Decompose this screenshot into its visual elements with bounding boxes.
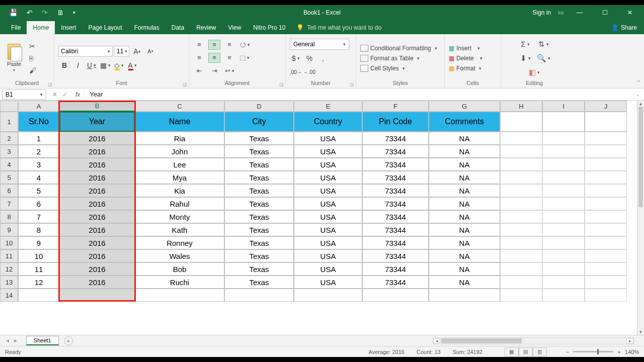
- cell[interactable]: Wales: [135, 249, 224, 262]
- column-header-B[interactable]: B: [59, 101, 135, 112]
- row-header-1[interactable]: 1: [0, 112, 18, 132]
- cell[interactable]: [542, 132, 585, 145]
- cell[interactable]: [500, 236, 542, 249]
- scroll-right-icon[interactable]: ▸: [626, 338, 633, 344]
- cell[interactable]: USA: [294, 249, 362, 262]
- orientation-icon[interactable]: ⭯▾: [238, 40, 251, 50]
- scroll-up-icon[interactable]: ▴: [637, 101, 644, 107]
- underline-button[interactable]: U▾: [86, 60, 98, 71]
- cell[interactable]: NA: [429, 236, 500, 249]
- cell[interactable]: Ronney: [135, 236, 224, 249]
- cell[interactable]: NA: [429, 184, 500, 197]
- row-header-5[interactable]: 5: [0, 171, 18, 184]
- cell[interactable]: 73344: [362, 132, 429, 145]
- zoom-slider[interactable]: [573, 351, 613, 352]
- cell[interactable]: NA: [429, 249, 500, 262]
- cell[interactable]: [542, 210, 585, 223]
- cell[interactable]: Monty: [135, 210, 224, 223]
- paste-button[interactable]: Paste ▾: [4, 43, 24, 73]
- column-header-H[interactable]: H: [500, 101, 542, 112]
- sort-filter-icon[interactable]: ⇅▾: [537, 39, 550, 50]
- fill-icon[interactable]: ⬇▾: [519, 53, 532, 64]
- tab-formulas[interactable]: Formulas: [128, 21, 166, 34]
- cell[interactable]: [585, 158, 627, 171]
- tab-data[interactable]: Data: [166, 21, 190, 34]
- column-header-A[interactable]: A: [18, 101, 59, 112]
- cell[interactable]: Ruchi: [135, 276, 224, 289]
- cell[interactable]: 2016: [59, 197, 135, 210]
- enter-formula-icon[interactable]: ✓: [62, 91, 67, 98]
- cell[interactable]: [585, 132, 627, 145]
- cell[interactable]: [429, 289, 500, 302]
- cell[interactable]: Year: [59, 112, 135, 132]
- cell[interactable]: USA: [294, 158, 362, 171]
- number-format-select[interactable]: General▾: [290, 39, 349, 50]
- cell[interactable]: [542, 262, 585, 276]
- cell[interactable]: Ria: [135, 132, 224, 145]
- cell[interactable]: NA: [429, 197, 500, 210]
- cell[interactable]: 73344: [362, 276, 429, 289]
- cell[interactable]: NA: [429, 158, 500, 171]
- cancel-formula-icon[interactable]: ✕: [52, 91, 57, 98]
- column-header-C[interactable]: C: [135, 101, 224, 112]
- collapse-ribbon-icon[interactable]: ⌃: [636, 79, 641, 86]
- increase-font-icon[interactable]: A▴: [131, 46, 143, 57]
- autosum-icon[interactable]: Σ▾: [519, 39, 532, 50]
- cell[interactable]: Lee: [135, 158, 224, 171]
- zoom-level[interactable]: 140%: [625, 349, 639, 355]
- zoom-out-icon[interactable]: −: [566, 349, 569, 355]
- sign-in-link[interactable]: Sign in: [532, 9, 551, 16]
- cell[interactable]: 73344: [362, 145, 429, 158]
- cell[interactable]: [542, 223, 585, 236]
- cell[interactable]: 2016: [59, 184, 135, 197]
- formula-input[interactable]: Year: [85, 90, 632, 98]
- cell[interactable]: USA: [294, 132, 362, 145]
- cell[interactable]: [585, 289, 627, 302]
- cell[interactable]: 73344: [362, 249, 429, 262]
- sheet-nav-prev-icon[interactable]: ◄: [5, 338, 10, 343]
- comma-format-icon[interactable]: ,: [317, 53, 329, 64]
- cell[interactable]: [585, 145, 627, 158]
- decrease-font-icon[interactable]: A▾: [144, 46, 156, 57]
- cell[interactable]: USA: [294, 236, 362, 249]
- fx-icon[interactable]: fx: [75, 91, 80, 98]
- cell[interactable]: 12: [18, 276, 59, 289]
- increase-indent-icon[interactable]: ⇥: [208, 66, 220, 76]
- cell[interactable]: 2016: [59, 236, 135, 249]
- italic-button[interactable]: I: [72, 60, 84, 71]
- cell[interactable]: 2016: [59, 262, 135, 276]
- cell[interactable]: [500, 223, 542, 236]
- cell[interactable]: [585, 171, 627, 184]
- tab-review[interactable]: Review: [190, 21, 222, 34]
- borders-button[interactable]: ▦▾: [99, 60, 111, 71]
- cell[interactable]: 6: [18, 197, 59, 210]
- cell[interactable]: [585, 249, 627, 262]
- cell[interactable]: NA: [429, 145, 500, 158]
- cell[interactable]: 2016: [59, 145, 135, 158]
- cell[interactable]: USA: [294, 262, 362, 276]
- cell[interactable]: 73344: [362, 223, 429, 236]
- cell[interactable]: Country: [294, 112, 362, 132]
- cell[interactable]: [500, 171, 542, 184]
- cell[interactable]: [500, 289, 542, 302]
- cell[interactable]: NA: [429, 132, 500, 145]
- cell[interactable]: USA: [294, 184, 362, 197]
- cell[interactable]: Comments: [429, 112, 500, 132]
- cell[interactable]: [585, 112, 627, 132]
- format-cells-button[interactable]: ▦Format▾: [449, 64, 481, 72]
- cell[interactable]: [500, 249, 542, 262]
- cell[interactable]: [500, 158, 542, 171]
- cell[interactable]: Kia: [135, 184, 224, 197]
- cell[interactable]: Texas: [224, 171, 294, 184]
- cell[interactable]: [585, 197, 627, 210]
- zoom-in-icon[interactable]: +: [617, 349, 620, 355]
- font-size-select[interactable]: 11▾: [114, 46, 129, 57]
- cell[interactable]: 10: [18, 249, 59, 262]
- cell[interactable]: 8: [18, 223, 59, 236]
- cell[interactable]: [542, 276, 585, 289]
- cell[interactable]: Texas: [224, 184, 294, 197]
- clear-icon[interactable]: ◧▾: [528, 67, 541, 78]
- cell[interactable]: 2016: [59, 223, 135, 236]
- scroll-down-icon[interactable]: ▾: [637, 329, 644, 335]
- cell[interactable]: 2: [18, 145, 59, 158]
